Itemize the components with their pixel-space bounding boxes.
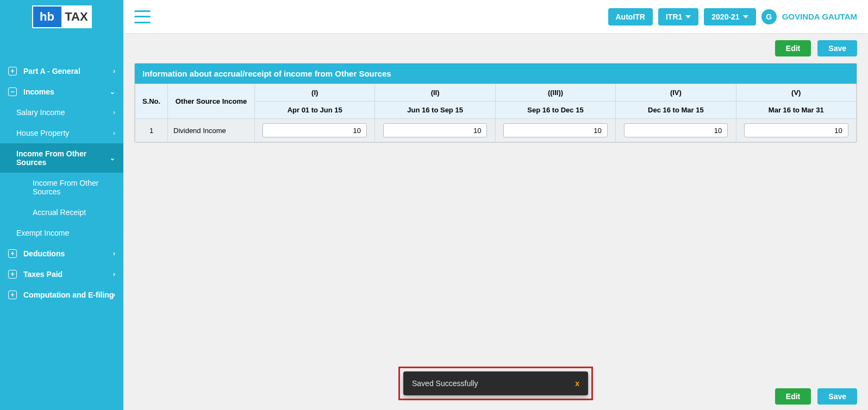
itr-type-dropdown[interactable]: ITR1 xyxy=(658,8,698,26)
edit-button[interactable]: Edit xyxy=(775,40,811,56)
topbar: AutoITR ITR1 2020-21 G GOVINDA GAUTAM xyxy=(123,0,868,34)
year-dropdown[interactable]: 2020-21 xyxy=(704,8,755,26)
cell-sno: 1 xyxy=(135,119,168,142)
input-period-3[interactable] xyxy=(503,123,608,137)
chevron-right-icon: › xyxy=(113,291,115,299)
sidebar-subitem-income-other-sources[interactable]: Income From Other Sources xyxy=(0,173,123,202)
logo-hb: hb xyxy=(32,5,63,28)
button-label: 2020-21 xyxy=(711,12,739,21)
col-period-3-range: Sep 16 to Dec 15 xyxy=(495,102,615,119)
sidebar-label: Income From Other Sources xyxy=(33,179,98,196)
sidebar: hb TAX + Part A - General › − Incomes ⌄ … xyxy=(0,0,123,410)
chevron-right-icon: › xyxy=(113,250,115,257)
sidebar-item-computation-efiling[interactable]: + Computation and E-filing › xyxy=(0,285,123,305)
sidebar-item-part-a-general[interactable]: + Part A - General › xyxy=(0,61,123,81)
input-period-5[interactable] xyxy=(744,123,848,137)
sidebar-label: Accrual Receipt xyxy=(33,208,86,217)
chevron-right-icon: › xyxy=(113,109,115,116)
logo[interactable]: hb TAX xyxy=(0,0,123,34)
chevron-right-icon: › xyxy=(113,270,115,278)
accrual-panel: Information about accrual/receipt of inc… xyxy=(134,63,857,143)
sidebar-item-house-property[interactable]: House Property › xyxy=(0,123,123,143)
sidebar-label: Taxes Paid xyxy=(23,270,63,279)
content: Edit Save Information about accrual/rece… xyxy=(123,34,868,149)
col-period-5-range: Mar 16 to Mar 31 xyxy=(736,102,856,119)
user-name[interactable]: GOVINDA GAUTAM xyxy=(782,12,857,21)
save-button[interactable]: Save xyxy=(817,40,857,56)
button-label: AutoITR xyxy=(616,12,645,21)
menu-toggle-icon[interactable] xyxy=(134,10,151,23)
chevron-down-icon xyxy=(743,15,748,18)
input-period-4[interactable] xyxy=(624,123,728,137)
col-other-source: Other Source Income xyxy=(168,84,255,119)
collapse-icon: − xyxy=(8,87,17,96)
toast-close-button[interactable]: x xyxy=(575,379,579,388)
sidebar-label: Computation and E-filing xyxy=(23,291,114,299)
table-row: 1 Dividend Income xyxy=(135,119,857,142)
sidebar-label: Deductions xyxy=(23,249,65,258)
toast-highlight: Saved Successfully x xyxy=(398,367,593,400)
col-period-1-roman: (I) xyxy=(255,84,375,102)
sidebar-item-income-other-sources[interactable]: Income From Other Sources ⌄ xyxy=(0,143,123,173)
cell-label: Dividend Income xyxy=(168,119,255,142)
sidebar-item-exempt-income[interactable]: Exempt Income xyxy=(0,223,123,243)
sidebar-label: Salary Income xyxy=(16,108,65,117)
chevron-right-icon: › xyxy=(113,129,115,137)
chevron-down-icon xyxy=(685,15,691,18)
input-period-2[interactable] xyxy=(383,123,488,137)
col-sno: S.No. xyxy=(135,84,168,119)
save-button-bottom[interactable]: Save xyxy=(817,388,857,405)
sidebar-label: Part A - General xyxy=(23,67,80,75)
chevron-down-icon: ⌄ xyxy=(110,154,115,162)
sidebar-item-salary-income[interactable]: Salary Income › xyxy=(0,102,123,123)
expand-icon: + xyxy=(8,67,17,75)
main-area: AutoITR ITR1 2020-21 G GOVINDA GAUTAM Ed… xyxy=(123,0,868,410)
edit-button-bottom[interactable]: Edit xyxy=(775,388,811,405)
chevron-down-icon: ⌄ xyxy=(110,88,115,96)
user-avatar[interactable]: G xyxy=(761,9,777,24)
chevron-right-icon: › xyxy=(113,67,115,75)
sidebar-item-deductions[interactable]: + Deductions › xyxy=(0,243,123,264)
col-period-4-roman: (IV) xyxy=(616,84,736,102)
auto-itr-button[interactable]: AutoITR xyxy=(608,8,653,26)
input-period-1[interactable] xyxy=(263,123,367,137)
col-period-4-range: Dec 16 to Mar 15 xyxy=(616,102,736,119)
sidebar-item-taxes-paid[interactable]: + Taxes Paid › xyxy=(0,264,123,285)
expand-icon: + xyxy=(8,270,17,279)
col-period-1-range: Apr 01 to Jun 15 xyxy=(255,102,375,119)
sidebar-label: Income From Other Sources xyxy=(16,149,115,167)
accrual-table: S.No. Other Source Income (I) (II) ((III… xyxy=(135,84,857,142)
col-period-5-roman: (V) xyxy=(736,84,856,102)
col-period-2-roman: (II) xyxy=(375,84,495,102)
sidebar-label: Exempt Income xyxy=(16,229,69,237)
sidebar-label: House Property xyxy=(16,129,69,137)
col-period-3-roman: ((III)) xyxy=(495,84,615,102)
expand-icon: + xyxy=(8,291,17,299)
col-period-2-range: Jun 16 to Sep 15 xyxy=(375,102,495,119)
sidebar-subitem-accrual-receipt[interactable]: Accrual Receipt xyxy=(0,202,123,223)
expand-icon: + xyxy=(8,249,17,258)
top-actions: Edit Save xyxy=(134,40,857,56)
logo-tax: TAX xyxy=(61,5,92,28)
button-label: ITR1 xyxy=(666,12,682,21)
bottom-actions: Edit Save xyxy=(775,388,857,405)
toast-message: Saved Successfully xyxy=(412,379,478,388)
toast: Saved Successfully x xyxy=(403,371,588,395)
panel-title: Information about accrual/receipt of inc… xyxy=(135,64,857,84)
sidebar-label: Incomes xyxy=(23,87,54,96)
sidebar-item-incomes[interactable]: − Incomes ⌄ xyxy=(0,81,123,102)
